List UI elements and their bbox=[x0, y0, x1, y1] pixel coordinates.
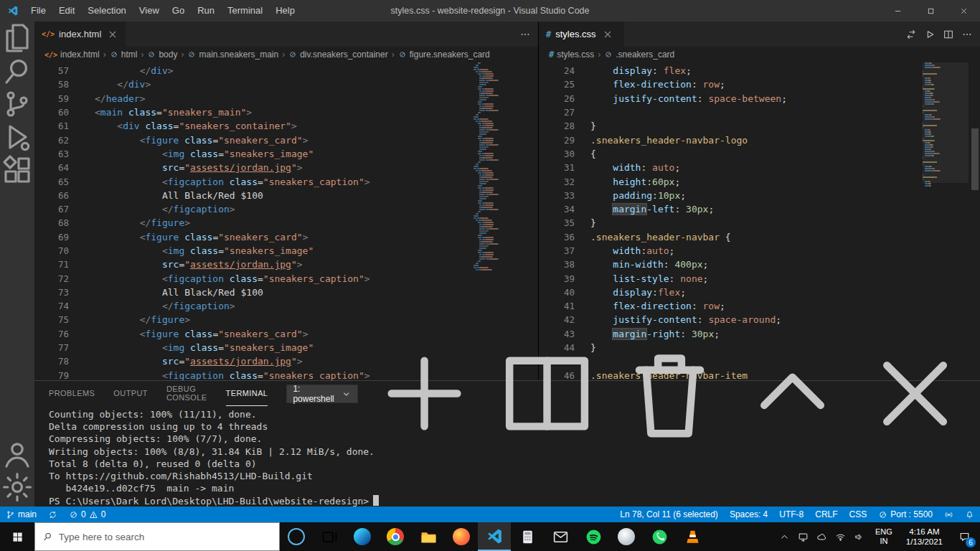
action-play-icon[interactable] bbox=[924, 29, 936, 40]
breadcrumb-figure-sneakers-card[interactable]: figure.sneakers_card bbox=[398, 50, 490, 60]
menu-terminal[interactable]: Terminal bbox=[221, 0, 269, 22]
sync-status[interactable] bbox=[42, 507, 63, 522]
code-text: <main class="sneakers_main"> bbox=[69, 107, 252, 118]
panel-tab-output[interactable]: OUTPUT bbox=[113, 381, 148, 406]
menu-file[interactable]: File bbox=[24, 0, 52, 22]
menu-edit[interactable]: Edit bbox=[52, 0, 81, 22]
live-server-port[interactable]: Port : 5500 bbox=[872, 507, 938, 522]
activity-source-control[interactable] bbox=[0, 88, 34, 121]
taskbar-app-calculator[interactable] bbox=[511, 522, 544, 551]
close-tab-icon[interactable] bbox=[602, 29, 613, 40]
minimap-line bbox=[473, 224, 532, 225]
action-more-icon[interactable] bbox=[961, 29, 973, 40]
action-center-button[interactable]: 6 bbox=[950, 522, 979, 551]
tab-index-html[interactable]: </> index.html bbox=[34, 22, 126, 47]
tray-wifi[interactable] bbox=[831, 522, 850, 551]
tray-cloud[interactable] bbox=[813, 522, 831, 551]
tab-styles-css[interactable]: # styles.css bbox=[539, 22, 625, 47]
search-input[interactable] bbox=[59, 532, 272, 542]
minimap-line bbox=[473, 101, 532, 103]
action-split-icon[interactable] bbox=[491, 337, 603, 450]
problems-status[interactable]: 00 bbox=[63, 507, 111, 522]
panel-tab-problems[interactable]: PROBLEMS bbox=[49, 381, 95, 406]
chevron-down-icon bbox=[341, 389, 351, 399]
taskbar-app-file-explorer[interactable] bbox=[412, 522, 445, 551]
taskbar-app-cortana[interactable] bbox=[280, 522, 313, 551]
taskbar-app-mail[interactable] bbox=[544, 522, 577, 551]
tray-volume[interactable] bbox=[850, 522, 869, 551]
activity-search[interactable] bbox=[0, 55, 34, 88]
taskbar-app-paint3d[interactable] bbox=[610, 522, 643, 551]
action-plus-icon[interactable] bbox=[368, 337, 481, 450]
status-bar: main00 Ln 78, Col 11 (6 selected)Spaces:… bbox=[0, 507, 980, 522]
breadcrumb-html[interactable]: html bbox=[110, 50, 138, 60]
maximize-button[interactable] bbox=[914, 0, 947, 22]
minimap-line bbox=[473, 144, 532, 146]
taskbar-app-edge[interactable] bbox=[346, 522, 379, 551]
menu-view[interactable]: View bbox=[133, 0, 166, 22]
panel-tab-debug-console[interactable]: DEBUG CONSOLE bbox=[166, 381, 207, 406]
encoding[interactable]: UTF-8 bbox=[773, 507, 809, 522]
action-trash-icon[interactable] bbox=[613, 337, 726, 450]
taskbar-app-whatsapp[interactable] bbox=[643, 522, 676, 551]
tray-monitor[interactable] bbox=[794, 522, 813, 551]
taskbar-app-chrome[interactable] bbox=[379, 522, 412, 551]
tray-chevup[interactable] bbox=[776, 522, 794, 551]
close-tab-icon[interactable] bbox=[107, 29, 118, 40]
action-chevup-icon[interactable] bbox=[736, 337, 849, 450]
language-indicator[interactable]: ENG IN bbox=[869, 527, 899, 546]
breadcrumb-div-sneakers-container[interactable]: div.sneakers_container bbox=[288, 50, 388, 60]
language-mode[interactable]: CSS bbox=[844, 507, 873, 522]
indentation[interactable]: Spaces: 4 bbox=[724, 507, 773, 522]
taskbar-app-firefox[interactable] bbox=[445, 522, 478, 551]
breadcrumb-body[interactable]: body bbox=[147, 50, 177, 60]
spotify-icon bbox=[585, 528, 603, 546]
taskbar-app-vscode[interactable] bbox=[478, 522, 511, 551]
activity-extensions[interactable] bbox=[0, 154, 34, 187]
taskbar-app-vlc[interactable] bbox=[676, 522, 709, 551]
activity-gear[interactable] bbox=[0, 471, 34, 504]
action-more-icon[interactable] bbox=[519, 29, 531, 40]
shell-select[interactable]: 1: powershell bbox=[286, 385, 357, 403]
menu-selection[interactable]: Selection bbox=[81, 0, 132, 22]
minimap-left[interactable] bbox=[473, 62, 532, 380]
action-close-icon[interactable] bbox=[859, 337, 971, 450]
code-line: 60<main class="sneakers_main"> bbox=[34, 105, 471, 119]
breadcrumb-index-html[interactable]: </>index.html bbox=[44, 50, 100, 60]
close-button[interactable] bbox=[947, 0, 980, 22]
taskbar-app-spotify[interactable] bbox=[577, 522, 610, 551]
taskbar-app-task-view[interactable] bbox=[313, 522, 346, 551]
editor-styles-css[interactable]: 24 display: flex;25 flex-direction: row;… bbox=[539, 62, 921, 380]
activity-account[interactable] bbox=[0, 438, 34, 471]
activity-files[interactable] bbox=[0, 22, 34, 55]
menu-go[interactable]: Go bbox=[166, 0, 191, 22]
tab-bar-right: # styles.css bbox=[539, 22, 980, 47]
action-compare-icon[interactable] bbox=[905, 29, 917, 40]
code-line: 73 All Black/Red $100 bbox=[34, 286, 471, 299]
minimap-right[interactable] bbox=[923, 62, 969, 380]
menu-run[interactable]: Run bbox=[191, 0, 221, 22]
line-number: 28 bbox=[539, 121, 575, 131]
start-button[interactable] bbox=[0, 522, 34, 551]
editor-index-html[interactable]: 57 </div>58 </div>59</header>60<main cla… bbox=[34, 62, 471, 380]
breadcrumb-styles-css[interactable]: #styles.css bbox=[549, 50, 594, 60]
minimize-button[interactable] bbox=[881, 0, 914, 22]
panel-tab-terminal[interactable]: TERMINAL bbox=[226, 381, 268, 406]
code-line: 29.sneakers_header-navbar-logo bbox=[539, 133, 921, 146]
cursor-position[interactable]: Ln 78, Col 11 (6 selected) bbox=[614, 507, 724, 522]
line-number: 38 bbox=[539, 259, 575, 270]
breadcrumb--sneakers-card[interactable]: .sneakers_card bbox=[604, 50, 674, 60]
whatsapp-icon bbox=[651, 528, 669, 546]
breadcrumb-main-sneakers-main[interactable]: main.sneakers_main bbox=[187, 50, 278, 60]
action-split-icon[interactable] bbox=[943, 29, 954, 40]
activity-debug[interactable] bbox=[0, 121, 34, 154]
notifications-bell[interactable] bbox=[959, 507, 980, 522]
clock[interactable]: 4:16 AM 1/13/2021 bbox=[899, 527, 950, 547]
git-branch-status[interactable]: main bbox=[0, 507, 42, 522]
scrollbar-slider[interactable] bbox=[971, 128, 979, 190]
eol[interactable]: CRLF bbox=[809, 507, 843, 522]
taskbar-search[interactable] bbox=[34, 522, 280, 551]
menu-help[interactable]: Help bbox=[269, 0, 301, 22]
scrollbar-right[interactable] bbox=[970, 62, 980, 380]
broadcast-status[interactable] bbox=[938, 507, 959, 522]
